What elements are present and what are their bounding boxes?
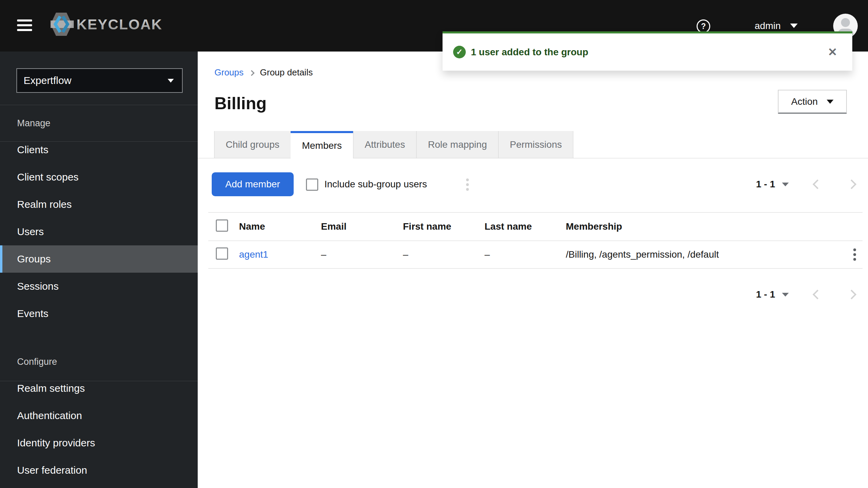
pagination-bottom: 1 - 1 [756,283,855,306]
username-label: admin [755,20,781,31]
sidebar: Expertflow Manage Clients Client scopes … [0,52,198,488]
member-first-name: – [395,249,477,260]
help-icon[interactable] [697,19,710,33]
include-subgroups-label: Include sub-group users [324,172,427,196]
pagination-range: 1 - 1 [756,179,775,190]
chevron-down-icon [827,100,834,104]
sidebar-item-realm-roles[interactable]: Realm roles [0,191,198,218]
col-header-first-name: First name [395,221,477,232]
col-header-membership: Membership [558,221,847,232]
row-kebab-icon[interactable] [853,248,856,261]
toast-message: 1 user added to the group [471,47,588,58]
tab-members[interactable]: Members [291,131,353,158]
include-subgroups-checkbox[interactable] [306,178,318,191]
sidebar-item-authentication[interactable]: Authentication [0,402,198,429]
pagination-range: 1 - 1 [756,289,775,300]
col-header-last-name: Last name [477,221,558,232]
breadcrumb-groups-link[interactable]: Groups [214,67,243,78]
close-icon[interactable] [828,45,837,59]
tab-child-groups[interactable]: Child groups [214,131,291,158]
sidebar-item-client-scopes[interactable]: Client scopes [0,163,198,191]
members-table: Name Email First name Last name Membersh… [208,212,863,269]
divider [0,105,198,105]
realm-selector[interactable]: Expertflow [16,68,183,93]
breadcrumb: Groups Group details [214,67,313,78]
tab-attributes[interactable]: Attributes [353,131,416,158]
manage-nav: Clients Client scopes Realm roles Users … [0,136,198,327]
col-header-name: Name [232,221,313,232]
member-membership: /Billing, /agents_permission, /default [558,249,847,260]
main-content: Groups Group details Billing Action Chil… [198,52,868,488]
keycloak-logo[interactable]: KEYCLOAK [51,10,163,42]
pagination-top: 1 - 1 [756,172,855,196]
chevron-right-icon [249,70,255,76]
svg-text:KEYCLOAK: KEYCLOAK [76,16,163,32]
sidebar-item-identity-providers[interactable]: Identity providers [0,429,198,457]
col-header-email: Email [313,221,395,232]
next-page-icon[interactable] [847,180,856,189]
pagination-dropdown-icon[interactable] [782,293,789,297]
success-toast: 1 user added to the group [443,31,852,71]
sidebar-item-sessions[interactable]: Sessions [0,273,198,300]
page-title: Billing [214,94,267,113]
member-last-name: – [477,249,558,260]
toolbar-kebab-icon[interactable] [466,178,469,191]
sidebar-item-realm-settings[interactable]: Realm settings [0,375,198,402]
chevron-down-icon [168,79,174,83]
success-check-icon [453,46,466,58]
tab-permissions[interactable]: Permissions [498,131,573,158]
configure-nav: Realm settings Authentication Identity p… [0,375,198,484]
hamburger-menu-icon[interactable] [17,19,32,31]
member-name-link[interactable]: agent1 [232,249,313,260]
breadcrumb-current: Group details [260,67,313,78]
keycloak-logo-icon: KEYCLOAK [51,10,163,41]
row-checkbox[interactable] [216,247,228,260]
sidebar-item-users[interactable]: Users [0,218,198,245]
table-header-row: Name Email First name Last name Membersh… [208,212,863,241]
section-title-manage: Manage [17,118,51,129]
select-all-checkbox[interactable] [216,219,228,232]
realm-name: Expertflow [24,75,71,86]
prev-page-icon[interactable] [813,180,822,189]
next-page-icon[interactable] [847,290,856,299]
chevron-down-icon [790,24,798,28]
prev-page-icon[interactable] [813,290,822,299]
sidebar-item-groups[interactable]: Groups [0,245,198,273]
pagination-dropdown-icon[interactable] [782,183,789,186]
action-dropdown-button[interactable]: Action [778,90,847,114]
tab-role-mapping[interactable]: Role mapping [416,131,498,158]
sidebar-item-events[interactable]: Events [0,300,198,327]
sidebar-item-user-federation[interactable]: User federation [0,457,198,484]
tab-bar: Child groups Members Attributes Role map… [198,131,868,158]
section-title-configure: Configure [17,357,57,367]
add-member-button[interactable]: Add member [212,172,294,196]
sidebar-item-clients[interactable]: Clients [0,136,198,163]
table-row: agent1 – – – /Billing, /agents_permissio… [208,241,863,269]
member-email: – [313,249,395,260]
